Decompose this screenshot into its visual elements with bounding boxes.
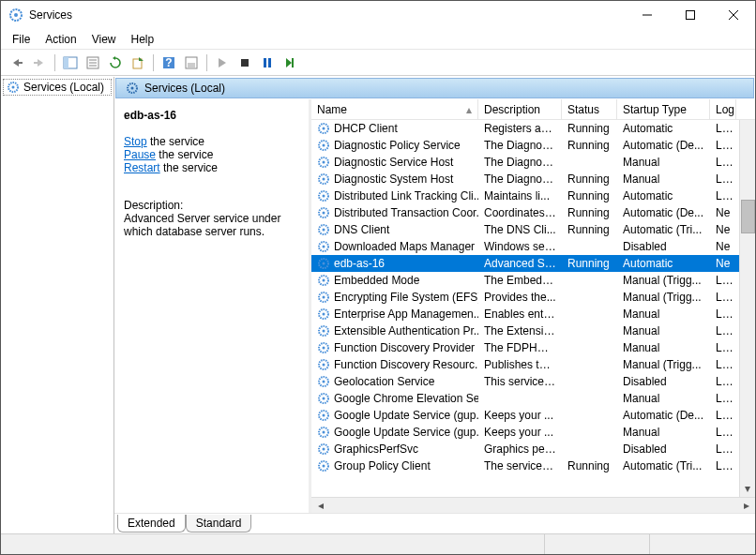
pane-header: Services (Local) (115, 78, 754, 98)
service-logon: Loc (710, 426, 736, 439)
table-row[interactable]: Distributed Transaction Coor...Coordinat… (311, 204, 739, 221)
show-hide-tree-button[interactable] (60, 52, 81, 73)
table-row[interactable]: Encrypting File System (EFS)Provides the… (311, 289, 739, 306)
properties-button[interactable] (83, 52, 103, 73)
scroll-down-icon[interactable]: ▾ (745, 482, 750, 495)
table-row[interactable]: Group Policy ClientThe service i...Runni… (311, 458, 739, 474)
tab-extended[interactable]: Extended (117, 515, 186, 532)
table-row[interactable]: GraphicsPerfSvcGraphics per...DisabledLo… (311, 441, 739, 458)
maximize-button[interactable] (669, 1, 712, 29)
service-logon: Loc (710, 156, 736, 169)
nav-services-local[interactable]: Services (Local) (3, 79, 112, 96)
table-row[interactable]: DNS ClientThe DNS Cli...RunningAutomatic… (311, 221, 739, 238)
table-row[interactable]: Embedded ModeThe Embedd...Manual (Trigg.… (311, 272, 739, 289)
nav-root-label: Services (Local) (23, 81, 104, 94)
gear-icon (317, 291, 330, 304)
action-button[interactable] (181, 52, 202, 73)
table-row[interactable]: Enterprise App Managemen...Enables ente.… (311, 306, 739, 322)
service-status: Running (562, 122, 617, 135)
service-type: Manual (617, 392, 710, 405)
start-service-button[interactable] (212, 52, 233, 73)
pause-service-link[interactable]: Pause (124, 148, 156, 161)
service-desc: The DNS Cli... (478, 223, 562, 236)
pause-service-button[interactable] (257, 52, 278, 73)
svg-point-68 (323, 465, 325, 468)
service-name: Geolocation Service (334, 375, 434, 388)
restart-service-button[interactable] (280, 52, 300, 73)
svg-text:?: ? (165, 56, 172, 69)
service-logon: Loc (710, 392, 736, 405)
table-row[interactable]: Downloaded Maps ManagerWindows ser...Dis… (311, 238, 739, 255)
export-button[interactable] (128, 52, 148, 73)
col-name[interactable]: Name▴ (311, 99, 478, 119)
restart-service-link[interactable]: Restart (124, 161, 160, 174)
table-row[interactable]: Google Update Service (gup...Keeps your … (311, 424, 739, 441)
service-desc: The Embedd... (478, 274, 562, 287)
col-startup[interactable]: Startup Type (617, 99, 710, 119)
table-row[interactable]: Distributed Link Tracking Cli...Maintain… (311, 188, 739, 204)
tab-standard[interactable]: Standard (186, 515, 252, 532)
restart-link-row: Restart the service (124, 161, 301, 174)
menu-help[interactable]: Help (124, 30, 162, 49)
svg-rect-19 (241, 59, 249, 67)
vertical-scrollbar[interactable]: ▾ (739, 120, 755, 497)
service-name: Function Discovery Resourc... (334, 358, 478, 371)
gear-icon (317, 206, 330, 219)
svg-point-62 (323, 414, 325, 417)
scroll-right-icon[interactable]: ▸ (739, 499, 753, 513)
service-status: Running (562, 139, 617, 152)
svg-point-64 (323, 431, 325, 434)
description-label: Description: (124, 199, 301, 212)
list-rows[interactable]: DHCP ClientRegisters an...RunningAutomat… (311, 120, 739, 497)
col-status[interactable]: Status (562, 99, 617, 119)
scroll-left-icon[interactable]: ◂ (313, 499, 327, 513)
menubar: File Action View Help (1, 29, 755, 50)
service-logon: Loc (710, 341, 736, 354)
gear-icon (317, 392, 330, 405)
service-desc: The FDPHOS... (478, 341, 562, 354)
gear-icon (317, 156, 330, 169)
svg-point-60 (323, 398, 325, 400)
stop-service-button[interactable] (234, 52, 255, 73)
svg-rect-9 (64, 57, 68, 68)
refresh-button[interactable] (105, 52, 126, 73)
close-button[interactable] (712, 1, 755, 29)
service-desc: The Extensib... (478, 324, 562, 338)
menu-file[interactable]: File (5, 30, 38, 49)
gear-icon (317, 240, 330, 253)
menu-view[interactable]: View (84, 30, 124, 49)
service-type: Automatic (De... (617, 139, 710, 152)
pause-link-row: Pause the service (124, 148, 301, 161)
svg-point-44 (323, 262, 325, 265)
help-button[interactable]: ? (159, 52, 179, 73)
horizontal-scrollbar[interactable]: ◂ ▸ (311, 497, 755, 513)
scroll-thumb[interactable] (741, 200, 755, 233)
table-row[interactable]: Function Discovery Provider ...The FDPHO… (311, 339, 739, 356)
table-row[interactable]: DHCP ClientRegisters an...RunningAutomat… (311, 120, 739, 137)
stop-link-row: Stop the service (124, 135, 301, 148)
table-row[interactable]: Function Discovery Resourc...Publishes t… (311, 356, 739, 373)
service-name: Distributed Transaction Coor... (334, 206, 478, 219)
content-area: Services (Local) Services (Local) edb-as… (1, 76, 755, 533)
table-row[interactable]: Diagnostic Policy ServiceThe Diagnos...R… (311, 137, 739, 154)
table-row[interactable]: Diagnostic System HostThe Diagnos...Runn… (311, 171, 739, 188)
back-button[interactable] (7, 52, 27, 73)
col-description[interactable]: Description (478, 99, 562, 119)
table-row[interactable]: edb-as-16Advanced Se...RunningAutomaticN… (311, 255, 739, 272)
gear-icon (126, 82, 139, 95)
table-row[interactable]: Google Update Service (gup...Keeps your … (311, 407, 739, 424)
table-row[interactable]: Extensible Authentication Pr...The Exten… (311, 322, 739, 339)
forward-button[interactable] (29, 52, 50, 73)
table-row[interactable]: Geolocation ServiceThis service ...Disab… (311, 373, 739, 390)
table-row[interactable]: Diagnostic Service HostThe Diagnos...Man… (311, 154, 739, 171)
menu-action[interactable]: Action (38, 30, 83, 49)
service-name: Google Update Service (gup... (334, 409, 478, 422)
svg-point-38 (323, 212, 325, 215)
minimize-button[interactable] (626, 1, 669, 29)
col-logon[interactable]: Log (710, 99, 736, 119)
view-tabs: Extended Standard (114, 513, 755, 533)
svg-point-26 (131, 87, 134, 90)
stop-service-link[interactable]: Stop (124, 135, 147, 148)
table-row[interactable]: Google Chrome Elevation Se...ManualLoc (311, 390, 739, 407)
service-desc: The service i... (478, 459, 562, 472)
